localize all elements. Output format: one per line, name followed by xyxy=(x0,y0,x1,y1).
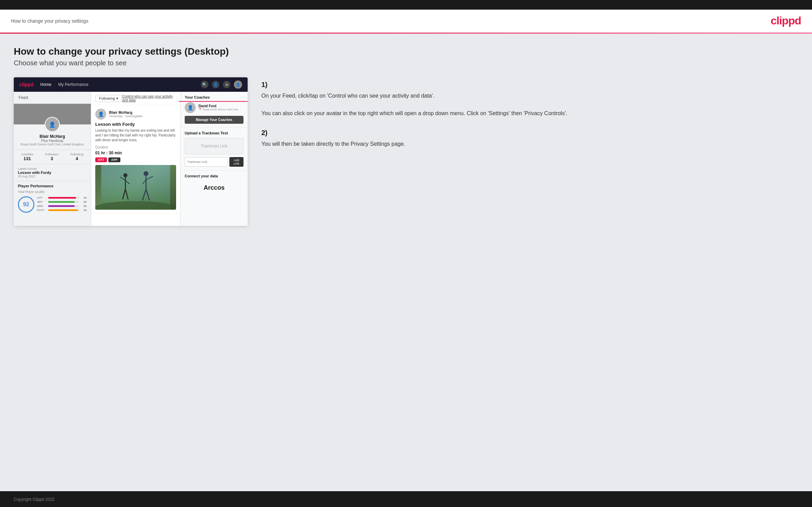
activity-image xyxy=(95,165,176,210)
add-link-button[interactable]: Add Link xyxy=(229,157,243,167)
activity-description: Looking to feel like my hands are exitin… xyxy=(95,128,176,143)
stat-activities-label: Activities xyxy=(21,153,33,156)
latest-activity-title: Lesson with Fordy xyxy=(18,170,87,175)
nav-item-performance[interactable]: My Performance xyxy=(58,82,88,87)
activity-card: 👤 Blair McHarg Yesterday · Sunningdale L… xyxy=(91,105,180,213)
app-sidebar: Feed 👤 Blair McHarg Plus Handicap Royal … xyxy=(14,92,91,226)
step2-text: You will then be taken directly to the P… xyxy=(261,140,798,148)
tag-app: APP xyxy=(108,157,120,162)
stat-following-value: 4 xyxy=(71,156,84,161)
manage-coaches-button[interactable]: Manage Your Coaches xyxy=(185,116,243,124)
activity-tags: OTT APP xyxy=(95,157,176,162)
bar-app: APP 85 xyxy=(37,200,87,203)
bar-putt: PUTT 96 xyxy=(37,209,87,212)
page-footer: Copyright Clippd 2022 xyxy=(0,491,812,507)
latest-activity-date: 03 Aug 2022 xyxy=(18,175,87,178)
activity-title: Lesson with Fordy xyxy=(95,122,176,127)
total-quality-label: Total Player Quality xyxy=(18,190,87,194)
activity-meta: Yesterday · Sunningdale xyxy=(109,114,142,118)
people-icon[interactable]: 👤 xyxy=(212,81,219,88)
stat-activities-value: 131 xyxy=(21,156,33,161)
stat-followers-value: 3 xyxy=(45,156,58,161)
profile-stats: Activities 131 Followers 3 Following 4 xyxy=(14,150,91,164)
app-navbar: clippd Home My Performance 🔍 👤 ⊕ 👤 xyxy=(14,77,248,92)
step2-number: 2) xyxy=(261,129,798,137)
app-mockup: clippd Home My Performance 🔍 👤 ⊕ 👤 Feed xyxy=(14,77,248,226)
instruction-step2: 2) You will then be taken directly to th… xyxy=(261,129,798,148)
performance-content: 92 OTT 90 APP 85 xyxy=(18,196,87,213)
search-icon[interactable]: 🔍 xyxy=(201,81,208,88)
profile-banner: 👤 xyxy=(14,104,91,124)
app-body: Feed 👤 Blair McHarg Plus Handicap Royal … xyxy=(14,92,248,226)
trackman-input[interactable] xyxy=(185,157,228,167)
trackman-placeholder: Trackman Link xyxy=(185,138,243,154)
browser-tab-title: How to change your privacy settings xyxy=(11,18,88,24)
activity-user: 👤 Blair McHarg Yesterday · Sunningdale xyxy=(95,109,176,120)
nav-item-home[interactable]: Home xyxy=(40,82,51,87)
duration-label: Duration xyxy=(95,145,176,149)
feed-tab[interactable]: Feed xyxy=(14,92,91,104)
player-performance: Player Performance Total Player Quality … xyxy=(14,181,91,216)
latest-activity-label: Latest Activity xyxy=(18,167,87,170)
app-right-panel: Your Coaches 👤 David Ford 📍 Royal North … xyxy=(181,92,248,226)
copyright-text: Copyright Clippd 2022 xyxy=(14,497,55,502)
activity-user-avatar: 👤 xyxy=(95,109,106,120)
quality-score-circle: 92 xyxy=(18,196,34,213)
following-button[interactable]: Following ▾ xyxy=(95,95,122,102)
activity-image-svg xyxy=(95,165,176,210)
clippd-logo: clippd xyxy=(771,14,801,27)
instruction-step1: 1) On your Feed, click/tap on 'Control w… xyxy=(261,81,798,118)
activity-username: Blair McHarg xyxy=(109,110,142,114)
upload-title: Upload a Trackman Test xyxy=(185,131,243,135)
stat-followers-label: Followers xyxy=(45,153,58,156)
top-bar xyxy=(0,0,812,10)
step1-number: 1) xyxy=(261,81,798,89)
step1-text: On your Feed, click/tap on 'Control who … xyxy=(261,91,798,118)
main-content: How to change your privacy settings (Des… xyxy=(0,34,812,491)
profile-name: Blair McHarg xyxy=(14,134,91,139)
notification-icon[interactable]: ⊕ xyxy=(223,81,230,88)
coach-name: David Ford xyxy=(198,104,238,108)
player-performance-title: Player Performance xyxy=(18,184,87,188)
page-header: How to change your privacy settings clip… xyxy=(0,10,812,33)
content-layout: clippd Home My Performance 🔍 👤 ⊕ 👤 Feed xyxy=(14,77,798,226)
connect-title: Connect your data xyxy=(185,174,243,178)
latest-activity: Latest Activity Lesson with Fordy 03 Aug… xyxy=(14,164,91,181)
coach-avatar: 👤 xyxy=(185,102,196,113)
nav-icons: 🔍 👤 ⊕ 👤 xyxy=(201,80,242,89)
connect-section: Connect your data Arccos xyxy=(181,170,248,198)
svg-point-8 xyxy=(144,171,149,176)
trackman-input-row: Add Link xyxy=(185,157,243,167)
coaches-title: Your Coaches xyxy=(185,95,243,99)
user-avatar[interactable]: 👤 xyxy=(234,80,242,89)
profile-club: Royal North Devon Golf Club, United King… xyxy=(14,143,91,146)
coach-club: 📍 Royal North Devon Golf Club xyxy=(198,108,238,111)
stat-followers: Followers 3 xyxy=(45,153,58,161)
profile-avatar: 👤 xyxy=(45,117,60,132)
stat-following-label: Following xyxy=(71,153,84,156)
instructions-panel: 1) On your Feed, click/tap on 'Control w… xyxy=(261,77,798,159)
page-subtitle: Choose what you want people to see xyxy=(14,59,798,67)
duration-value: 01 hr : 30 min xyxy=(95,151,176,155)
control-privacy-link[interactable]: Control who can see your activity and da… xyxy=(122,95,176,102)
feed-header: Following ▾ Control who can see your act… xyxy=(91,92,180,105)
app-logo: clippd xyxy=(19,82,33,87)
performance-bars: OTT 90 APP 85 ARG xyxy=(37,196,87,213)
app-feed: Following ▾ Control who can see your act… xyxy=(91,92,181,226)
svg-point-2 xyxy=(123,173,128,177)
profile-handicap: Plus Handicap xyxy=(14,139,91,143)
stat-following: Following 4 xyxy=(71,153,84,161)
bar-arg: ARG 86 xyxy=(37,205,87,208)
tag-ott: OTT xyxy=(95,157,107,162)
arccos-logo: Arccos xyxy=(185,181,243,195)
upload-section: Upload a Trackman Test Trackman Link Add… xyxy=(181,128,248,170)
coaches-section: Your Coaches 👤 David Ford 📍 Royal North … xyxy=(181,92,248,128)
bar-ott: OTT 90 xyxy=(37,196,87,199)
coach-item: 👤 David Ford 📍 Royal North Devon Golf Cl… xyxy=(185,102,243,113)
stat-activities: Activities 131 xyxy=(21,153,33,161)
page-title: How to change your privacy settings (Des… xyxy=(14,46,798,57)
